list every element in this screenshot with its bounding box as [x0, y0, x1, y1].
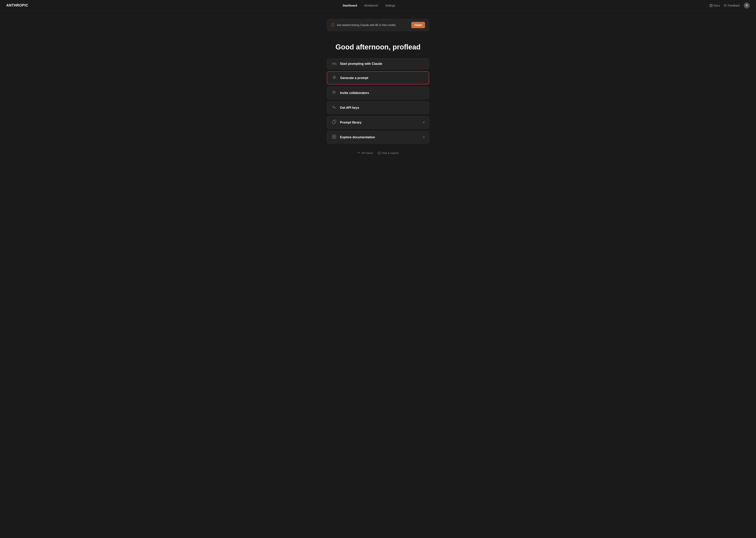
navbar: ANTHROPIC Dashboard Workbench Settings D… — [0, 0, 756, 11]
generate-prompt-label: Generate a prompt — [340, 76, 424, 80]
explore-docs-label: Explore documentation — [340, 135, 419, 139]
claim-button[interactable]: Claim — [411, 22, 425, 28]
svg-text:?: ? — [379, 152, 380, 154]
nav-links: Dashboard Workbench Settings — [340, 3, 398, 8]
action-cards-container: >Hi Start prompting with Claude Generate… — [327, 58, 429, 144]
people-icon — [331, 90, 337, 95]
greeting-heading: Good afternoon, proflead — [336, 43, 420, 51]
footer-links: API status ? Help & support — [357, 151, 399, 154]
prompt-library-card[interactable]: Prompt library ↗ — [327, 116, 429, 129]
api-status-link[interactable]: API status — [357, 151, 373, 154]
nav-settings[interactable]: Settings — [383, 3, 398, 8]
docs-icon — [710, 4, 713, 7]
copy-icon — [331, 120, 337, 125]
sparkle-icon — [332, 75, 337, 81]
help-icon: ? — [378, 152, 381, 154]
nav-workbench[interactable]: Workbench — [361, 3, 381, 8]
generate-prompt-card[interactable]: Generate a prompt — [327, 71, 429, 84]
book-icon — [331, 134, 337, 140]
app-logo: ANTHROPIC — [6, 3, 28, 8]
start-prompting-label: Start prompting with Claude — [340, 62, 425, 66]
main-content: ⓘ Get started testing Claude with $5 in … — [0, 11, 756, 538]
explore-docs-arrow-icon: ↗ — [422, 135, 425, 139]
docs-link[interactable]: Docs — [710, 4, 720, 7]
help-support-label: Help & support — [382, 151, 399, 154]
avatar[interactable]: P — [744, 3, 750, 9]
api-status-icon — [357, 152, 360, 154]
start-prompting-card[interactable]: >Hi Start prompting with Claude — [327, 58, 429, 69]
svg-rect-9 — [332, 121, 335, 124]
credits-banner: ⓘ Get started testing Claude with $5 in … — [327, 19, 429, 31]
svg-point-5 — [333, 91, 334, 92]
svg-point-7 — [333, 106, 335, 108]
docs-label: Docs — [714, 4, 720, 7]
invite-collaborators-label: Invite collaborators — [340, 91, 425, 95]
get-api-keys-label: Get API keys — [340, 106, 425, 110]
banner-info-icon: ⓘ — [331, 23, 335, 27]
prompt-library-arrow-icon: ↗ — [422, 121, 425, 124]
prompt-library-label: Prompt library — [340, 121, 419, 124]
help-support-link[interactable]: ? Help & support — [378, 151, 399, 154]
feedback-icon — [724, 4, 727, 7]
invite-collaborators-card[interactable]: Invite collaborators — [327, 86, 429, 99]
get-api-keys-card[interactable]: Get API keys — [327, 101, 429, 114]
banner-text: Get started testing Claude with $5 in fr… — [337, 24, 409, 27]
svg-point-4 — [335, 76, 336, 77]
feedback-label: Feedback — [728, 4, 740, 7]
key-icon — [331, 105, 337, 110]
feedback-link[interactable]: Feedback — [724, 4, 740, 7]
navbar-right: Docs Feedback P — [710, 3, 750, 9]
api-status-label: API status — [361, 151, 373, 154]
nav-dashboard[interactable]: Dashboard — [340, 3, 360, 8]
explore-docs-card[interactable]: Explore documentation ↗ — [327, 131, 429, 144]
terminal-icon: >Hi — [331, 62, 337, 66]
svg-point-6 — [335, 91, 336, 92]
